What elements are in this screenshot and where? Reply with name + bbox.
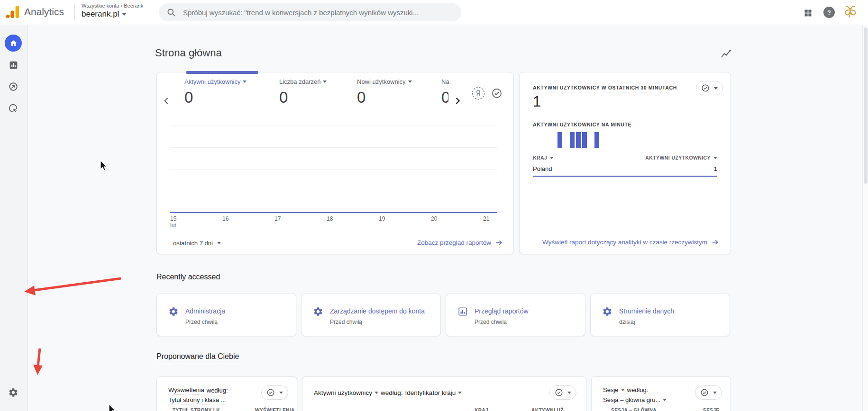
chevron-down-icon (323, 80, 327, 83)
property-name: beerank.pl (82, 9, 119, 19)
check-circle-icon (266, 388, 275, 397)
country-cell: Poland (533, 165, 552, 172)
date-range-selector[interactable]: ostatnich 7 dni (173, 240, 221, 247)
account-avatar[interactable] (843, 5, 858, 19)
realtime-actions-pill[interactable] (696, 81, 723, 95)
header-divider (74, 5, 75, 20)
suggested-metric[interactable]: Aktywni użytkownicy (314, 389, 372, 396)
metric-value: 0 (279, 89, 327, 107)
red-arrow-left-annotation (21, 274, 126, 298)
per-minute-label: AKTYWNI UŻYTKOWNICY NA MINUTĘ (533, 122, 631, 127)
users-cell: 1 (714, 165, 717, 172)
metric-selector[interactable]: Liczba zdarzeń (279, 78, 327, 85)
overview-line-chart (170, 117, 497, 213)
check-circle-icon[interactable] (491, 88, 503, 99)
suggested-metric[interactable]: Sesje (603, 386, 619, 393)
recent-card-title: Przegląd raportów (475, 307, 529, 315)
mouse-cursor-secondary (109, 404, 119, 411)
check-circle-icon (700, 388, 709, 397)
arrow-right-icon (495, 239, 503, 247)
sidebar-item-reports[interactable] (4, 55, 23, 74)
reports-snapshot-link[interactable]: Zobacz przegląd raportów (417, 239, 503, 247)
suggested-dimension[interactable]: Identyfikator kraju (405, 389, 456, 396)
property-selector[interactable]: Wszystkie konta › Beerank beerank.pl (82, 3, 143, 19)
carousel-tab-indicator (186, 71, 258, 74)
recent-card-subtitle: Przed chwilą (185, 319, 218, 325)
ga-home-screen: Analytics Wszystkie konta › Beerank beer… (0, 0, 868, 411)
recent-card-administration[interactable]: Administracja Przed chwilą (156, 294, 296, 336)
country-column-header[interactable]: KRAJ (533, 155, 554, 161)
realtime-title[interactable]: AKTYWNI UŻYTKOWNICY W OSTATNICH 30 MINUT… (533, 85, 677, 92)
chevron-down-icon (122, 13, 126, 16)
metric-selector[interactable]: Aktywni użytkownicy (184, 78, 247, 85)
realtime-card: AKTYWNI UŻYTKOWNICY W OSTATNICH 30 MINUT… (519, 72, 731, 254)
help-icon[interactable] (823, 7, 835, 18)
chevron-down-icon (458, 392, 462, 394)
column-header: SESJA – GŁÓWNA... (611, 408, 661, 411)
home-icon (5, 35, 22, 52)
arrow-right-icon (711, 238, 719, 246)
x-axis-tick: 20 (431, 215, 437, 222)
scrollbar-thumb[interactable] (864, 27, 868, 184)
suggested-dimension[interactable]: Sesja – główna gru... (603, 396, 660, 403)
x-axis-tick: 18 (327, 215, 333, 222)
suggested-dimension: Tytuł strony i klasa ... (168, 396, 226, 404)
chevron-down-icon (714, 87, 718, 89)
column-header: TYTUŁ STRONY I K... (173, 408, 225, 411)
analytics-logo[interactable]: Analytics (6, 5, 64, 19)
card-actions-pill[interactable] (695, 385, 722, 400)
gear-icon (8, 387, 18, 398)
suggested-card-sessions[interactable]: Sesje według: Sesja – główna gru... SESJ… (591, 376, 731, 411)
x-axis-tick: 15 lut (170, 215, 176, 229)
sidebar-item-advertising[interactable] (4, 99, 23, 118)
insights-sparkline-icon[interactable] (720, 48, 733, 61)
chevron-down-icon (217, 242, 221, 244)
recent-card-data-streams[interactable]: Strumienie danych dzisiaj (590, 294, 730, 336)
suggested-card-pageviews[interactable]: Wyświetlenia według: Tytuł strony i klas… (156, 376, 297, 411)
metric-value: 0 (357, 89, 412, 107)
table-row[interactable]: Poland 1 (533, 165, 717, 177)
chevron-down-icon (408, 80, 412, 83)
chevron-down-icon (621, 389, 625, 391)
column-header: KRAJ (475, 408, 488, 411)
gear-icon (168, 306, 179, 317)
carousel-prev-button[interactable] (161, 95, 172, 107)
metric-selector[interactable]: Nowi użytkownicy (357, 78, 412, 85)
apps-grid-icon[interactable] (803, 8, 813, 18)
breadcrumb: Wszystkie konta › Beerank (82, 3, 143, 9)
left-nav (0, 25, 27, 411)
metric-value: 0 (184, 89, 247, 107)
sidebar-item-home[interactable] (4, 34, 23, 53)
metric-event-count: Liczba zdarzeń 0 (279, 78, 327, 107)
check-circle-icon (555, 388, 563, 397)
column-header: AKTYWNI UŻ... (531, 408, 568, 411)
overview-card: Aktywni użytkownicy 0 Liczba zdarzeń 0 N… (156, 72, 514, 254)
search-bar[interactable] (159, 3, 461, 21)
recent-card-reports-snapshot[interactable]: Przegląd raportów Przed chwilą (446, 294, 585, 336)
x-axis-tick: 16 (222, 215, 228, 222)
reports-icon (9, 60, 18, 70)
metric-selector[interactable]: Na (441, 78, 457, 85)
card-actions-pill[interactable] (261, 385, 288, 400)
sidebar-item-admin[interactable] (4, 383, 23, 402)
app-header: Analytics Wszystkie konta › Beerank beer… (0, 0, 868, 25)
recently-accessed-heading: Recently accessed (156, 273, 220, 281)
search-input[interactable] (182, 8, 454, 17)
recent-card-access-management[interactable]: Zarządzanie dostępem do konta Przed chwi… (301, 294, 441, 336)
sidebar-item-explore[interactable] (4, 77, 23, 96)
scrollbar-track[interactable] (862, 25, 868, 411)
metric-value: 0 (441, 89, 448, 107)
suggested-card-active-users-by-country[interactable]: Aktywni użytkownicy według: Identyfikato… (302, 376, 586, 411)
chevron-down-icon (663, 399, 667, 401)
realtime-bar-chart (533, 132, 717, 148)
realtime-report-link[interactable]: Wyświetl raport dotyczący analityki w cz… (542, 238, 719, 246)
recent-card-subtitle: Przed chwilą (475, 319, 507, 325)
insights-medal-icon[interactable] (472, 87, 485, 100)
carousel-next-button[interactable] (452, 95, 463, 107)
card-actions-pill[interactable] (549, 385, 576, 400)
users-column-header[interactable]: AKTYWNI UŻYTKOWNICY (645, 155, 717, 161)
recent-card-title: Administracja (185, 307, 225, 315)
column-header: SESJE (703, 408, 720, 411)
chevron-down-icon (713, 157, 717, 159)
suggested-heading: Proponowane dla Ciebie (156, 352, 239, 363)
